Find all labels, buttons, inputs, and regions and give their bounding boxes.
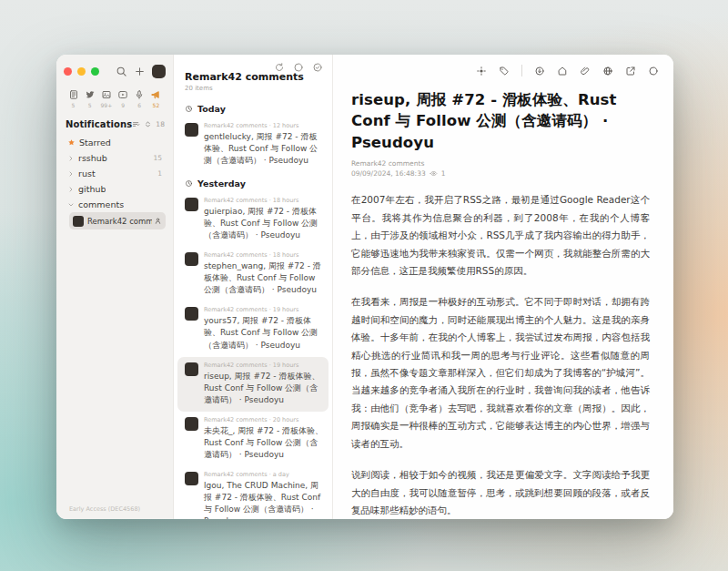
view-count: 6: [137, 102, 141, 108]
sidebar-item-label: comments: [78, 199, 124, 209]
item-meta: Remark42 comments · 19 hours: [204, 306, 324, 313]
app-window: 5 5 99+ 9 6: [56, 55, 673, 519]
paragraph: 在2007年左右，我开启了RSS之路，最初是通过Google Reader这个平…: [351, 191, 650, 280]
group-label: Today: [197, 104, 226, 114]
user-avatar[interactable]: [152, 65, 166, 78]
home-icon[interactable]: [557, 66, 568, 76]
search-icon[interactable]: [116, 66, 127, 77]
add-subscription-icon[interactable]: [134, 66, 146, 77]
feed-avatar: [185, 123, 198, 137]
item-meta: Remark42 comments · 19 hours: [204, 362, 320, 369]
feed-avatar: [73, 216, 84, 227]
microphone-icon: [134, 89, 145, 100]
minimize-button[interactable]: [77, 67, 86, 76]
item-title: riseup, 周报 #72 - 滑板体验、Rust Conf 与 Follow…: [204, 371, 320, 406]
view-audio[interactable]: 6: [132, 89, 147, 108]
sort-icon[interactable]: [132, 120, 140, 128]
paragraph: 在我看来，周报是一种极好的互动形式。它不同于即时对话，却拥有跨越时间和空间的魔力…: [351, 293, 650, 453]
copy-link-icon[interactable]: [580, 66, 591, 76]
clock-icon: [185, 105, 193, 113]
zoom-button[interactable]: [91, 67, 99, 76]
tag-icon[interactable]: [499, 66, 510, 76]
feed-avatar: [185, 362, 198, 376]
list-item-selected[interactable]: Remark42 comments · 19 hours riseup, 周报 …: [177, 357, 329, 412]
item-title: stephen_wang, 周报 #72 - 滑板体验、Rust Conf 与 …: [204, 260, 324, 296]
share-icon[interactable]: [602, 66, 613, 76]
unread-only-icon[interactable]: [293, 62, 304, 73]
list-item[interactable]: Remark42 comments · a day lgou, The CRUD…: [174, 466, 332, 519]
view-pictures[interactable]: 99+: [98, 89, 114, 108]
item-title: gentlelucky, 周报 #72 - 滑板体验、Rust Conf 与 F…: [204, 131, 324, 167]
list-item[interactable]: Remark42 comments · 12 hours gentlelucky…: [174, 117, 332, 172]
view-count: 99+: [101, 102, 113, 108]
view-count: 52: [153, 102, 160, 108]
close-button[interactable]: [64, 67, 72, 76]
list-item[interactable]: Remark42 comments · 18 hours stephen_wan…: [174, 247, 332, 301]
item-meta: Remark42 comments · 12 hours: [204, 122, 324, 129]
sidebar-item-rsshub[interactable]: rsshub 15: [64, 150, 166, 166]
twitter-bird-icon: [85, 89, 96, 100]
window-controls: [64, 64, 166, 78]
sidebar-item-label: Starred: [79, 138, 111, 148]
chevron-right-icon: [67, 155, 75, 162]
item-title: lgou, The CRUD Machine, 周报 #72 - 滑板体验、Ru…: [204, 480, 324, 519]
item-meta: Remark42 comments · a day: [204, 471, 324, 478]
readability-icon[interactable]: [476, 66, 487, 76]
article-meta: 09/09/2024, 16:48:33 1: [351, 169, 650, 178]
status-circle-icon[interactable]: [648, 66, 659, 76]
unread-count: 1: [157, 169, 162, 178]
unread-total: 18: [156, 120, 165, 128]
person-icon: [154, 217, 162, 225]
collapse-all-icon[interactable]: [144, 120, 152, 128]
section-title: Notifications: [66, 119, 132, 129]
save-icon[interactable]: [534, 66, 545, 76]
refresh-icon[interactable]: [274, 62, 285, 73]
view-articles[interactable]: 5: [66, 89, 81, 108]
feed-avatar: [185, 252, 198, 266]
view-count: 5: [88, 102, 92, 108]
group-label: Yesterday: [197, 178, 246, 189]
feed-avatar: [185, 307, 198, 321]
sidebar-item-label: Remark42 comments: [87, 217, 152, 226]
list-item[interactable]: Remark42 comments · 20 hours 未央花_, 周报 #7…: [174, 412, 332, 466]
mark-all-read-icon[interactable]: [312, 62, 323, 73]
sidebar-item-comments[interactable]: comments: [64, 197, 166, 212]
list-item[interactable]: Remark42 comments · 19 hours yours57, 周报…: [174, 301, 332, 356]
articles-icon: [68, 89, 79, 100]
item-meta: Remark42 comments · 18 hours: [204, 197, 324, 204]
item-title: guierpiao, 周报 #72 - 滑板体验、Rust Conf 与 Fol…: [204, 206, 324, 241]
sidebar-item-label: rsshub: [78, 153, 107, 163]
early-access-label: Early Access (DEC4568): [69, 505, 140, 513]
sidebar-item-rust[interactable]: rust 1: [64, 166, 166, 181]
view-switcher: 5 5 99+ 9 6: [66, 89, 164, 108]
article-pane: riseup, 周报 #72 - 滑板体验、Rust Conf 与 Follow…: [333, 55, 673, 519]
sidebar-item-remark42-comments[interactable]: Remark42 comments: [69, 212, 166, 229]
feed-avatar: [185, 198, 198, 211]
paragraph: 说到阅读，相较于如今的视频，我还是更偏爱文字。文字阅读给予我更大的自由度，我可以…: [351, 466, 650, 519]
sidebar-item-github[interactable]: github: [64, 181, 166, 197]
group-header-today: Today: [174, 97, 332, 117]
list-item-count: 20 items: [185, 85, 321, 92]
toolbar-divider: [521, 65, 522, 76]
list-item[interactable]: Remark42 comments · 18 hours guierpiao, …: [174, 192, 332, 247]
open-external-icon[interactable]: [625, 66, 636, 76]
sidebar: 5 5 99+ 9 6: [56, 55, 173, 519]
view-count: 9: [121, 102, 125, 108]
view-videos[interactable]: 9: [116, 89, 131, 108]
view-notifications[interactable]: 52: [148, 89, 164, 108]
group-header-yesterday: Yesterday: [174, 172, 332, 192]
chevron-right-icon: [67, 186, 75, 193]
feed-avatar: [185, 417, 198, 431]
sidebar-section-header: Notifications 18: [66, 119, 164, 129]
sidebar-item-starred[interactable]: Starred: [64, 135, 166, 150]
view-social-media[interactable]: 5: [82, 89, 97, 108]
feed-avatar: [185, 472, 198, 485]
article-read-count: 1: [441, 169, 446, 178]
item-title: yours57, 周报 #72 - 滑板体验、Rust Conf 与 Follo…: [204, 315, 324, 351]
unread-count: 15: [153, 154, 162, 162]
chevron-right-icon: [67, 170, 75, 178]
item-title: 未央花_, 周报 #72 - 滑板体验、Rust Conf 与 Follow 公…: [204, 425, 324, 461]
list-toolbar: [274, 62, 323, 73]
article-timestamp: 09/09/2024, 16:48:33: [351, 169, 426, 178]
pictures-icon: [101, 89, 112, 100]
